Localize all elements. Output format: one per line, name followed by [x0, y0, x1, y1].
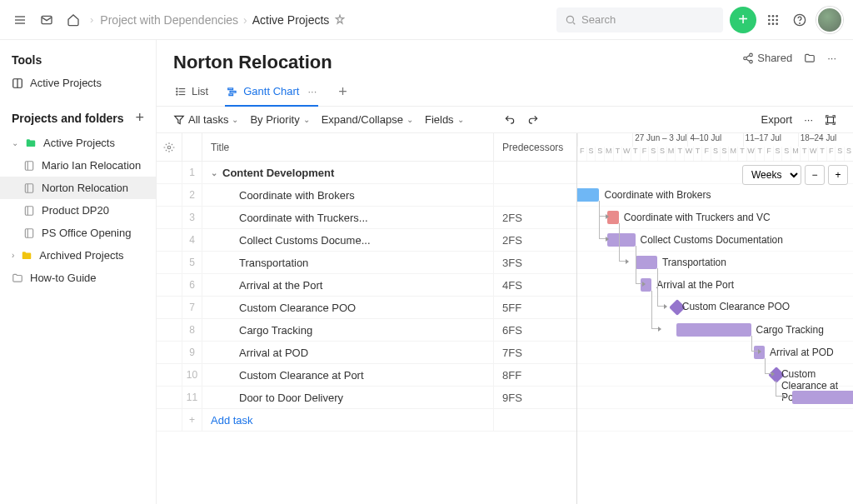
sidebar-item-norton[interactable]: Norton Relocation	[0, 177, 156, 199]
inbox-icon[interactable]	[37, 10, 57, 30]
task-pred-cell[interactable]: 3FS	[493, 252, 576, 273]
expand-button[interactable]: Expand/Collapse⌄	[322, 113, 413, 126]
home-icon[interactable]	[63, 10, 83, 30]
timeline-row: Custom Clearance at Port	[577, 364, 853, 387]
task-title-cell[interactable]: Cargo Tracking	[202, 319, 493, 341]
task-pred-cell[interactable]: 2FS	[493, 207, 576, 228]
search-input[interactable]: Search	[556, 7, 723, 32]
filter-button[interactable]: All tasks⌄	[173, 113, 238, 126]
table-row[interactable]: 1 ⌄Content Development	[157, 162, 576, 184]
timeline-row: Door to	[577, 387, 853, 409]
add-folder-icon[interactable]: +	[135, 109, 144, 127]
svg-point-13	[772, 22, 775, 25]
svg-point-35	[177, 87, 177, 88]
task-title-cell[interactable]: Coordinate with Truckers...	[202, 207, 493, 228]
share-button[interactable]: Shared	[742, 52, 792, 64]
zoom-controls: Weeks − +	[742, 165, 848, 185]
fields-button[interactable]: Fields⌄	[425, 113, 464, 126]
export-button[interactable]: Export	[761, 113, 793, 126]
svg-point-29	[750, 60, 753, 63]
toolbar-more-button[interactable]: ···	[804, 113, 813, 126]
zoom-in-button[interactable]: +	[828, 165, 848, 185]
sidebar-folder-howto[interactable]: How-to Guide	[0, 267, 156, 289]
task-title-cell[interactable]: Coordinate with Brokers	[202, 184, 493, 206]
fullscreen-button[interactable]	[825, 114, 836, 126]
gantt-bar[interactable]: Door to	[792, 391, 853, 404]
redo-button[interactable]	[527, 114, 539, 126]
table-row[interactable]: 5 Transportation 3FS	[157, 252, 576, 274]
task-pred-cell[interactable]: 2FS	[493, 229, 576, 251]
table-row[interactable]: 3 Coordinate with Truckers... 2FS	[157, 207, 576, 229]
task-title-cell[interactable]: Transportation	[202, 252, 493, 273]
row-number: 9	[182, 342, 202, 363]
table-row[interactable]: 6 Arrival at the Port 4FS	[157, 274, 576, 297]
task-pred-cell[interactable]: 9FS	[493, 387, 576, 408]
svg-rect-40	[229, 93, 233, 95]
sidebar-tool-active-projects[interactable]: Active Projects	[0, 72, 156, 94]
chevron-right-icon: ›	[12, 251, 14, 260]
undo-button[interactable]	[504, 114, 516, 126]
task-pred-cell[interactable]	[493, 162, 576, 183]
gantt-bar[interactable]: Transportation	[636, 256, 657, 269]
gantt-bar[interactable]: Cargo Tracking	[676, 323, 751, 337]
open-folder-button[interactable]	[804, 52, 816, 64]
table-row[interactable]: 8 Cargo Tracking 6FS	[157, 319, 576, 342]
sidebar-item-mario[interactable]: Mario Ian Relocation	[0, 154, 156, 177]
add-task-row[interactable]: +Add task	[157, 409, 576, 432]
menu-icon[interactable]	[10, 10, 30, 30]
apps-icon[interactable]	[763, 10, 783, 30]
task-pred-cell[interactable]: 8FF	[493, 364, 576, 386]
task-title-cell[interactable]: Collect Customs Docume...	[202, 229, 493, 251]
row-number: 7	[182, 297, 202, 318]
folder-icon	[12, 272, 23, 284]
breadcrumb-parent[interactable]: Project with Dependencies	[100, 13, 238, 27]
breadcrumb-current[interactable]: Active Projects	[252, 13, 330, 27]
task-title-cell[interactable]: ⌄Content Development	[202, 162, 493, 183]
svg-point-27	[750, 53, 753, 56]
more-button[interactable]: ···	[827, 52, 836, 64]
timeline[interactable]: 27 Jun – 3 Jul4–10 Jul11–17 Jul18–24 Jul…	[577, 133, 853, 504]
gantt-bar[interactable]: Coordinate with Brokers	[577, 188, 599, 202]
table-row[interactable]: 7 Custom Clearance POO 5FF	[157, 297, 576, 319]
pin-icon[interactable]	[334, 14, 346, 26]
tab-more-icon[interactable]: ···	[307, 85, 317, 97]
dependency-arrow-icon	[658, 327, 661, 332]
svg-point-28	[744, 57, 747, 60]
task-title-cell[interactable]: Arrival at the Port	[202, 274, 493, 296]
timeline-day-label: T	[613, 147, 622, 161]
task-title-cell[interactable]: Custom Clearance at Port	[202, 364, 493, 386]
table-row[interactable]: 2 Coordinate with Brokers	[157, 184, 576, 207]
settings-column[interactable]	[157, 133, 182, 161]
gantt-bar[interactable]: Collect Customs Documentation	[607, 233, 635, 247]
task-title-cell[interactable]: Arrival at POD	[202, 342, 493, 363]
sidebar-item-psoffice[interactable]: PS Office Opening	[0, 222, 156, 244]
title-column-header[interactable]: Title	[202, 133, 493, 161]
table-row[interactable]: 4 Collect Customs Docume... 2FS	[157, 229, 576, 252]
user-avatar[interactable]	[816, 7, 843, 33]
sidebar-folder-archived[interactable]: › Archived Projects	[0, 244, 156, 267]
tab-gantt[interactable]: Gantt Chart···	[225, 78, 318, 106]
timeline-day-label: S	[657, 147, 666, 161]
task-pred-cell[interactable]: 6FS	[493, 319, 576, 341]
pred-column-header[interactable]: Predecessors	[493, 133, 576, 161]
help-icon[interactable]	[790, 10, 810, 30]
task-pred-cell[interactable]: 7FS	[493, 342, 576, 363]
row-number: 8	[182, 319, 202, 341]
table-row[interactable]: 11 Door to Door Delivery 9FS	[157, 387, 576, 409]
tab-list[interactable]: List	[173, 78, 210, 106]
zoom-out-button[interactable]: −	[805, 165, 825, 185]
zoom-select[interactable]: Weeks	[742, 165, 801, 185]
task-title-cell[interactable]: Custom Clearance POO	[202, 297, 493, 318]
table-row[interactable]: 9 Arrival at POD 7FS	[157, 342, 576, 364]
task-title-cell[interactable]: Door to Door Delivery	[202, 387, 493, 408]
svg-point-14	[776, 22, 778, 25]
add-tab-button[interactable]: +	[333, 83, 352, 101]
sort-button[interactable]: By Priority⌄	[250, 113, 309, 126]
table-row[interactable]: 10 Custom Clearance at Port 8FF	[157, 364, 576, 387]
task-pred-cell[interactable]: 5FF	[493, 297, 576, 318]
add-button[interactable]: +	[730, 7, 756, 33]
task-pred-cell[interactable]	[493, 184, 576, 206]
sidebar-folder-active[interactable]: ⌄ Active Projects	[0, 132, 156, 154]
task-pred-cell[interactable]: 4FS	[493, 274, 576, 296]
sidebar-item-dp20[interactable]: Product DP20	[0, 199, 156, 222]
